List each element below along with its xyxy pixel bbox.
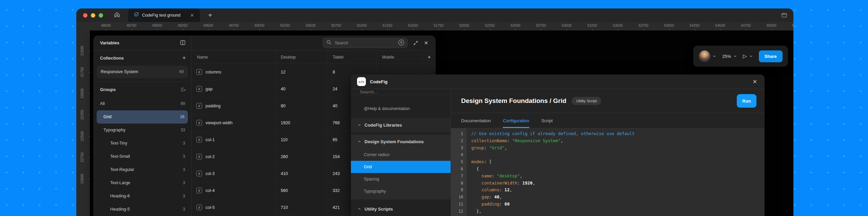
group-item-heading-5[interactable]: Heading-53 bbox=[93, 203, 191, 216]
line-number: 6 bbox=[451, 166, 463, 173]
ruler-label: 51750 bbox=[434, 23, 443, 27]
group-item-text-large[interactable]: Text-Large3 bbox=[93, 176, 191, 190]
ruler-label: 51000 bbox=[357, 23, 367, 27]
code-token bbox=[471, 187, 481, 192]
group-item-all[interactable]: All69 bbox=[93, 97, 191, 110]
avatar[interactable] bbox=[699, 50, 710, 62]
variable-desktop-value[interactable]: 1920 bbox=[275, 114, 327, 131]
tab-documentation[interactable]: Documentation bbox=[461, 113, 491, 128]
plugin-sidebar: @Help & documentationCodeFig LibrariesDe… bbox=[351, 89, 451, 216]
play-icon[interactable]: ▷ bbox=[743, 53, 747, 59]
canvas[interactable]: Variables Collections + Responsive Syste… bbox=[90, 30, 793, 216]
line-number: 13 bbox=[451, 215, 463, 216]
browser-window-icon[interactable] bbox=[781, 12, 787, 18]
variable-name-cell[interactable]: #viewport-width bbox=[192, 114, 275, 131]
group-item-typography[interactable]: Typography33 bbox=[93, 124, 191, 137]
close-plugin-icon[interactable]: ✕ bbox=[753, 79, 757, 85]
present-controls[interactable]: ▷ bbox=[743, 53, 753, 59]
filter-icon[interactable] bbox=[398, 39, 405, 47]
home-button[interactable] bbox=[112, 10, 122, 20]
collapse-groups-icon[interactable] bbox=[180, 87, 186, 92]
zoom-window-button[interactable] bbox=[99, 13, 103, 18]
plugin-group-header[interactable]: Utility Scripts bbox=[351, 202, 451, 216]
variable-desktop-value[interactable]: 710 bbox=[275, 199, 327, 216]
variable-name-cell[interactable]: #gap bbox=[192, 81, 275, 97]
account-menu[interactable] bbox=[699, 50, 716, 62]
column-header-mobile[interactable]: Mobile bbox=[376, 51, 422, 63]
chevron-down-icon bbox=[713, 53, 716, 59]
collection-item-responsive-system[interactable]: Responsive System 69 bbox=[97, 66, 188, 78]
group-item-heading-6[interactable]: Heading-63 bbox=[93, 190, 191, 203]
variable-name-cell[interactable]: #col-5 bbox=[192, 199, 275, 216]
search-input[interactable] bbox=[334, 40, 395, 46]
file-tab[interactable]: CodeFig test ground ✕ bbox=[128, 8, 200, 22]
code-lines[interactable]: // Use existing config if already define… bbox=[467, 128, 765, 216]
ruler-label: 51250 bbox=[382, 23, 392, 27]
add-mode-button[interactable]: + bbox=[422, 51, 436, 63]
variable-desktop-value[interactable]: 260 bbox=[275, 148, 327, 165]
ruler-label: 52750 bbox=[536, 23, 546, 27]
variable-desktop-value[interactable]: 110 bbox=[275, 131, 327, 148]
group-item-grid[interactable]: Grid16 bbox=[97, 110, 188, 124]
variables-search-field[interactable] bbox=[323, 38, 408, 48]
variable-desktop-value[interactable]: 12 bbox=[275, 64, 327, 80]
code-line: // Use existing config if already define… bbox=[471, 130, 765, 137]
share-button[interactable]: Share bbox=[759, 50, 783, 62]
home-icon bbox=[114, 11, 120, 19]
variable-name-cell[interactable]: #col-4 bbox=[192, 182, 275, 199]
variable-desktop-value[interactable]: 80 bbox=[275, 98, 327, 114]
column-header-name[interactable]: Name bbox=[192, 51, 275, 63]
window-controls bbox=[76, 13, 103, 18]
group-item-text-regular[interactable]: Text-Regular3 bbox=[93, 163, 191, 176]
number-variable-icon: # bbox=[196, 204, 202, 210]
variable-desktop-value[interactable]: 410 bbox=[275, 165, 327, 182]
variable-name-cell[interactable]: #padding bbox=[192, 98, 275, 114]
add-collection-button[interactable]: + bbox=[182, 55, 186, 61]
code-token: }, bbox=[471, 209, 481, 214]
code-editor[interactable]: 12345678910111213 // Use existing config… bbox=[451, 128, 765, 216]
expand-icon[interactable] bbox=[413, 40, 418, 46]
run-button[interactable]: Run bbox=[737, 94, 756, 108]
plugin-script-grid[interactable]: Grid bbox=[351, 161, 451, 173]
plugin-script-corner-radius[interactable]: Corner radius bbox=[351, 149, 451, 161]
plugin-group-header[interactable]: Design System Foundations bbox=[351, 134, 451, 149]
ruler-label: 53250 bbox=[587, 23, 597, 27]
variable-name: viewport-width bbox=[205, 121, 233, 125]
code-line: name: "desktop", bbox=[471, 173, 765, 180]
column-header-desktop[interactable]: Desktop bbox=[275, 51, 327, 63]
plugin-script-typography[interactable]: Typography bbox=[351, 185, 451, 197]
groups-header: Groups bbox=[100, 87, 116, 92]
variable-name-cell[interactable]: #columns bbox=[192, 64, 275, 80]
group-item-text-small[interactable]: Text-Small3 bbox=[93, 150, 191, 163]
number-variable-icon: # bbox=[196, 86, 202, 92]
code-token: "Responsive System" bbox=[512, 138, 560, 143]
variable-name-cell[interactable]: #col-2 bbox=[192, 148, 275, 165]
ruler-label: 50500 bbox=[305, 23, 315, 27]
variable-desktop-value[interactable]: 40 bbox=[275, 81, 327, 97]
close-variables-icon[interactable]: ✕ bbox=[424, 40, 428, 46]
minimize-window-button[interactable] bbox=[91, 13, 95, 18]
zoom-dropdown[interactable]: 25% bbox=[722, 53, 737, 59]
variable-name: col-5 bbox=[205, 205, 215, 210]
tab-configuration[interactable]: Configuration bbox=[503, 113, 529, 128]
number-variable-icon: # bbox=[196, 120, 202, 126]
number-variable-icon: # bbox=[196, 103, 202, 109]
close-window-button[interactable] bbox=[83, 13, 87, 18]
plugin-group-header[interactable]: CodeFig Libraries bbox=[351, 118, 451, 132]
variable-name-cell[interactable]: #col-1 bbox=[192, 131, 275, 148]
column-header-tablet[interactable]: Tablet bbox=[327, 51, 376, 63]
plugin-group-codefig-libraries: CodeFig Libraries bbox=[351, 118, 451, 132]
variable-desktop-value[interactable]: 560 bbox=[275, 182, 327, 199]
plugin-search-field[interactable] bbox=[351, 89, 451, 95]
screen: ++++++++++++++++++++++++++++++++++++++++… bbox=[0, 0, 868, 216]
panel-toggle-icon[interactable] bbox=[180, 40, 186, 46]
plugin-search-input[interactable] bbox=[359, 89, 441, 95]
new-tab-button[interactable]: + bbox=[208, 12, 212, 19]
plugin-nav-help[interactable]: @Help & documentation bbox=[351, 102, 451, 115]
plugin-script-spacing[interactable]: Spacing bbox=[351, 173, 451, 185]
group-item-text-tiny[interactable]: Text-Tiny3 bbox=[93, 137, 191, 150]
tab-close-icon[interactable]: ✕ bbox=[190, 13, 195, 18]
tab-script[interactable]: Script bbox=[541, 113, 553, 128]
variable-name-cell[interactable]: #col-3 bbox=[192, 165, 275, 182]
code-token: : bbox=[499, 187, 505, 192]
